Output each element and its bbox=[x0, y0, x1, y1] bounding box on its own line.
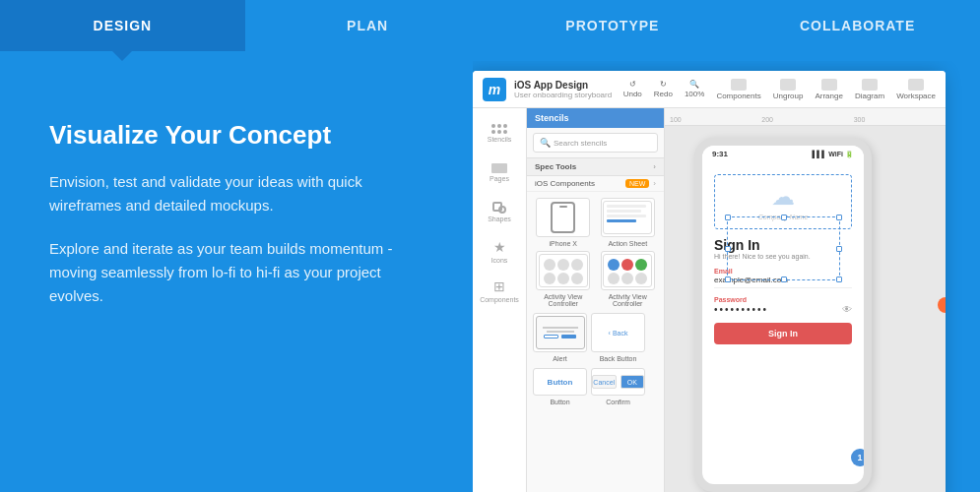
workspace-icon bbox=[908, 79, 924, 91]
app-sidebar: Stencils Pages Shapes ★ bbox=[473, 108, 527, 492]
password-dots: •••••••••• bbox=[714, 304, 768, 315]
app-body: Stencils Pages Shapes ★ bbox=[473, 108, 946, 492]
stencil-search-area: 🔍 Search stencils bbox=[527, 128, 664, 158]
nav-label-collaborate: COLLABORATE bbox=[800, 18, 915, 33]
hero-panel: Visualize Your Concept Envision, test an… bbox=[0, 61, 473, 492]
stencil-item-iphone[interactable]: iPhone X bbox=[533, 198, 594, 247]
nav-item-collaborate[interactable]: COLLABORATE bbox=[735, 0, 980, 51]
stencil-header: Stencils bbox=[527, 108, 664, 128]
stencil-item-activity1[interactable]: Activity View Controller bbox=[533, 251, 594, 307]
app-topbar: m iOS App Design User onboarding storybo… bbox=[473, 71, 946, 108]
email-value: example@email.com bbox=[714, 276, 852, 288]
main-nav: DESIGN PLAN PROTOTYPE COLLABORATE bbox=[0, 0, 980, 51]
arrange-icon bbox=[821, 79, 837, 91]
hero-title: Visualize Your Concept bbox=[49, 120, 424, 151]
toolbar-ungroup[interactable]: Ungroup bbox=[773, 79, 804, 100]
company-name: Company Name bbox=[758, 214, 809, 220]
nav-item-prototype[interactable]: PROTOTYPE bbox=[490, 0, 736, 51]
redo-icon: ↻ bbox=[660, 80, 667, 89]
toolbar-diagram[interactable]: Diagram bbox=[855, 79, 884, 100]
main-content: Visualize Your Concept Envision, test an… bbox=[0, 61, 980, 492]
sign-in-subtitle: Hi there! Nice to see you again. bbox=[714, 253, 852, 260]
phone-time: 9:31 bbox=[712, 150, 728, 158]
stencil-items-grid: iPhone X bbox=[527, 192, 664, 313]
phone-status-bar: 9:31 ▌▌▌ WiFi 🔋 bbox=[702, 146, 864, 162]
sign-in-title: Sign In bbox=[714, 237, 852, 253]
nav-label-plan: PLAN bbox=[347, 18, 388, 33]
email-field-group: Email example@email.com bbox=[714, 268, 852, 288]
nav-label-design: DESIGN bbox=[94, 18, 153, 33]
stencil-item-button[interactable]: Button Button bbox=[533, 368, 587, 405]
hero-paragraph2: Explore and iterate as your team builds … bbox=[49, 237, 424, 308]
app-window: m iOS App Design User onboarding storybo… bbox=[473, 71, 946, 492]
stencil-row-buttons: Button Button Cancel OK bbox=[533, 368, 658, 405]
app-subtitle: User onboarding storyboard bbox=[514, 91, 612, 99]
nav-item-design[interactable]: DESIGN bbox=[0, 0, 245, 51]
password-field-group: Password •••••••••• 👁 bbox=[714, 296, 852, 315]
hero-paragraph1: Envision, test and validate your ideas w… bbox=[49, 170, 424, 217]
back-chevron-icon: ‹ bbox=[609, 330, 611, 337]
orange-indicator-dot bbox=[938, 297, 946, 313]
sidebar-stencils[interactable]: Stencils bbox=[485, 118, 514, 148]
nav-item-plan[interactable]: PLAN bbox=[245, 0, 490, 51]
stencil-group-collapse-icon: › bbox=[653, 162, 656, 171]
stencil-row-alert-back: Alert ‹ Back Back Button bbox=[533, 313, 658, 362]
app-screenshot-panel: m iOS App Design User onboarding storybo… bbox=[473, 61, 980, 492]
sidebar-shapes[interactable]: Shapes bbox=[485, 197, 514, 226]
zoom-icon: 🔍 bbox=[689, 80, 699, 89]
button-link-icon: Button bbox=[548, 378, 573, 387]
canvas-area[interactable]: 100 200 300 9:31 ▌▌▌ WiFi 🔋 bbox=[665, 108, 946, 492]
stencil-item-confirm[interactable]: Cancel OK Confirm bbox=[591, 368, 645, 405]
app-logo: m bbox=[483, 78, 506, 101]
stencil-item-alert[interactable]: Alert bbox=[533, 313, 587, 362]
password-label: Password bbox=[714, 296, 852, 303]
stencil-item-action-sheet[interactable]: Action Sheet bbox=[598, 198, 659, 247]
toolbar-components[interactable]: Components bbox=[716, 79, 760, 100]
email-label: Email bbox=[714, 268, 852, 275]
phone-mockup: 9:31 ▌▌▌ WiFi 🔋 ☁ Company Name bbox=[694, 138, 872, 492]
toolbar-workspace[interactable]: Workspace bbox=[896, 79, 936, 100]
phone-status-icons: ▌▌▌ WiFi 🔋 bbox=[812, 150, 854, 158]
notification-badge: 1 bbox=[851, 449, 869, 466]
components-icon bbox=[731, 79, 747, 91]
diagram-icon bbox=[862, 79, 878, 91]
sidebar-icons[interactable]: ★ Icons bbox=[485, 236, 514, 266]
stencil-group-header[interactable]: Spec Tools › bbox=[527, 158, 664, 176]
undo-icon: ↺ bbox=[629, 80, 636, 89]
stencil-search-box[interactable]: 🔍 Search stencils bbox=[533, 133, 658, 153]
toolbar-arrange[interactable]: Arrange bbox=[815, 79, 842, 100]
toolbar-redo[interactable]: ↻ Redo bbox=[654, 80, 673, 98]
stencil-collapse-icon: › bbox=[653, 179, 656, 188]
sign-in-button[interactable]: Sign In bbox=[714, 323, 852, 344]
phone-content: ☁ Company Name bbox=[702, 162, 864, 356]
sign-in-section: Sign In Hi there! Nice to see you again. bbox=[714, 237, 852, 260]
ungroup-icon bbox=[780, 79, 796, 91]
stencil-subheader[interactable]: iOS Components NEW › bbox=[527, 176, 664, 192]
app-title-block: iOS App Design User onboarding storyboar… bbox=[514, 80, 612, 99]
stencil-panel: Stencils 🔍 Search stencils Spec Tools › … bbox=[527, 108, 665, 492]
eye-icon[interactable]: 👁 bbox=[842, 304, 852, 315]
toolbar-zoom[interactable]: 🔍 100% bbox=[685, 80, 704, 98]
sidebar-components[interactable]: ⊞ Components bbox=[485, 276, 514, 305]
stencil-item-activity2[interactable]: Activity View Controller bbox=[598, 251, 659, 307]
new-tag: NEW bbox=[625, 179, 649, 188]
password-row: •••••••••• 👁 bbox=[714, 304, 852, 315]
app-title: iOS App Design bbox=[514, 80, 612, 91]
company-logo-area: ☁ Company Name bbox=[714, 174, 852, 229]
app-toolbar: ↺ Undo ↻ Redo 🔍 100% Components bbox=[623, 79, 936, 100]
ruler-top: 100 200 300 bbox=[665, 108, 946, 126]
sidebar-pages[interactable]: Pages bbox=[485, 157, 514, 187]
cloud-icon: ☁ bbox=[771, 183, 795, 211]
toolbar-undo[interactable]: ↺ Undo bbox=[623, 80, 642, 98]
nav-label-prototype: PROTOTYPE bbox=[565, 18, 659, 33]
stencil-item-back-button[interactable]: ‹ Back Back Button bbox=[591, 313, 645, 362]
